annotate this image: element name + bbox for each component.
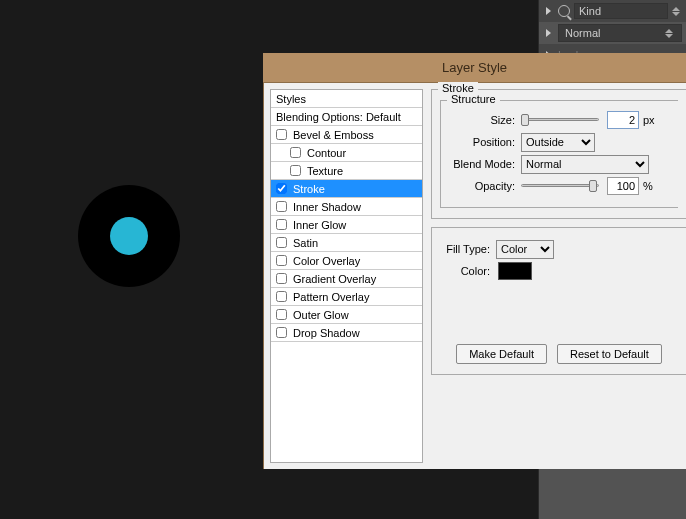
style-row-label: Inner Glow xyxy=(293,219,346,231)
color-label: Color: xyxy=(440,265,496,277)
style-row-label: Pattern Overlay xyxy=(293,291,369,303)
opacity-slider[interactable] xyxy=(521,179,599,193)
position-row: Position: Outside xyxy=(449,131,670,153)
style-row-label: Inner Shadow xyxy=(293,201,361,213)
style-row-label: Contour xyxy=(307,147,346,159)
stroke-settings-pane: Stroke Structure Size: px Position: xyxy=(423,83,686,469)
style-row-stroke[interactable]: Stroke xyxy=(271,180,422,198)
style-row-label: Drop Shadow xyxy=(293,327,360,339)
style-checkbox[interactable] xyxy=(276,309,287,320)
style-row-pattern-overlay[interactable]: Pattern Overlay xyxy=(271,288,422,306)
blendmode-select[interactable]: Normal xyxy=(521,155,649,174)
color-swatch[interactable] xyxy=(498,262,532,280)
style-row-label: Texture xyxy=(307,165,343,177)
filltype-select[interactable]: Color xyxy=(496,240,554,259)
opacity-input[interactable] xyxy=(607,177,639,195)
disclosure-icon[interactable] xyxy=(546,7,551,15)
filter-kind-select[interactable]: Kind xyxy=(574,3,668,19)
style-checkbox[interactable] xyxy=(276,327,287,338)
style-checkbox[interactable] xyxy=(276,291,287,302)
style-row-label: Bevel & Emboss xyxy=(293,129,374,141)
style-row-color-overlay[interactable]: Color Overlay xyxy=(271,252,422,270)
position-label: Position: xyxy=(449,136,521,148)
size-row: Size: px xyxy=(449,109,670,131)
style-row-label: Blending Options: Default xyxy=(276,111,401,123)
defaults-buttons: Make Default Reset to Default xyxy=(440,344,678,364)
layer-style-dialog: Layer Style StylesBlending Options: Defa… xyxy=(263,53,686,469)
style-row-inner-glow[interactable]: Inner Glow xyxy=(271,216,422,234)
style-row-label: Outer Glow xyxy=(293,309,349,321)
position-select[interactable]: Outside xyxy=(521,133,595,152)
style-row-inner-shadow[interactable]: Inner Shadow xyxy=(271,198,422,216)
style-checkbox[interactable] xyxy=(290,165,301,176)
style-row-label: Styles xyxy=(276,93,306,105)
style-row-blending-options-default[interactable]: Blending Options: Default xyxy=(271,108,422,126)
style-row-bevel-emboss[interactable]: Bevel & Emboss xyxy=(271,126,422,144)
style-row-label: Color Overlay xyxy=(293,255,360,267)
opacity-unit: % xyxy=(643,180,653,192)
filltype-label: Fill Type: xyxy=(440,243,496,255)
style-row-label: Stroke xyxy=(293,183,325,195)
style-row-label: Satin xyxy=(293,237,318,249)
blendmode-row: Blend Mode: Normal xyxy=(449,153,670,175)
size-unit: px xyxy=(643,114,655,126)
size-input[interactable] xyxy=(607,111,639,129)
disclosure-icon[interactable] xyxy=(546,29,551,37)
style-checkbox[interactable] xyxy=(276,183,287,194)
dialog-title: Layer Style xyxy=(263,53,686,83)
size-label: Size: xyxy=(449,114,521,126)
stroke-group: Stroke Structure Size: px Position: xyxy=(431,89,686,219)
size-slider[interactable] xyxy=(521,113,599,127)
filltype-row: Fill Type: Color xyxy=(440,238,678,260)
style-checkbox[interactable] xyxy=(276,129,287,140)
style-checkbox[interactable] xyxy=(276,273,287,284)
style-row-styles[interactable]: Styles xyxy=(271,90,422,108)
style-row-drop-shadow[interactable]: Drop Shadow xyxy=(271,324,422,342)
layers-blendmode-row: Normal xyxy=(539,22,686,44)
canvas-shape-inner xyxy=(110,217,148,255)
reset-default-button[interactable]: Reset to Default xyxy=(557,344,662,364)
color-row: Color: xyxy=(440,260,678,282)
structure-group-title: Structure xyxy=(447,93,500,105)
style-row-contour[interactable]: Contour xyxy=(271,144,422,162)
make-default-button[interactable]: Make Default xyxy=(456,344,547,364)
dialog-body: StylesBlending Options: DefaultBevel & E… xyxy=(263,83,686,469)
style-checkbox[interactable] xyxy=(276,237,287,248)
structure-group: Structure Size: px Position: Outside xyxy=(440,100,678,208)
opacity-row: Opacity: % xyxy=(449,175,670,197)
style-row-label: Gradient Overlay xyxy=(293,273,376,285)
layer-blend-label: Normal xyxy=(565,27,600,39)
fill-group: Fill Type: Color Color: Make Default Res… xyxy=(431,227,686,375)
opacity-label: Opacity: xyxy=(449,180,521,192)
blendmode-label: Blend Mode: xyxy=(449,158,521,170)
style-row-outer-glow[interactable]: Outer Glow xyxy=(271,306,422,324)
style-checkbox[interactable] xyxy=(276,201,287,212)
styles-list: StylesBlending Options: DefaultBevel & E… xyxy=(270,89,423,463)
style-row-texture[interactable]: Texture xyxy=(271,162,422,180)
style-checkbox[interactable] xyxy=(290,147,301,158)
style-checkbox[interactable] xyxy=(276,219,287,230)
search-icon[interactable] xyxy=(558,5,570,17)
layers-filter-row: Kind xyxy=(539,0,686,22)
filter-spinner[interactable] xyxy=(672,7,682,16)
layer-blend-select[interactable]: Normal xyxy=(558,24,682,42)
style-row-gradient-overlay[interactable]: Gradient Overlay xyxy=(271,270,422,288)
style-checkbox[interactable] xyxy=(276,255,287,266)
style-row-satin[interactable]: Satin xyxy=(271,234,422,252)
